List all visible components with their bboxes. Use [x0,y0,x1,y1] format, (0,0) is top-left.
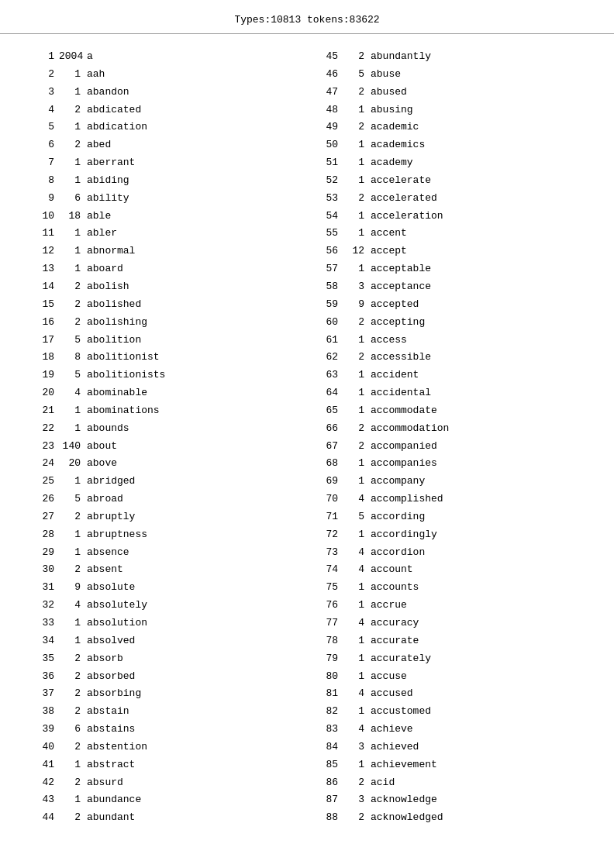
row-word: abstract [87,758,299,773]
row-index: 82 [315,704,343,719]
row-word: absolved [87,634,299,649]
row-word: abnormal [87,244,299,259]
table-row: 541acceleration [315,208,583,226]
row-word: accuse [371,670,583,684]
row-count: 1 [343,404,371,418]
row-index: 80 [315,670,343,684]
table-row: 211abominations [31,402,299,420]
table-row: 302absent [31,561,299,579]
row-count: 2 [59,740,87,755]
row-word: accounts [371,580,583,595]
row-word: academy [371,156,583,170]
table-row: 42abdicated [31,102,299,119]
table-row: 382abstain [31,703,299,721]
row-word: accent [371,226,583,241]
row-count: 2 [59,280,87,294]
table-row: 452abundantly [315,48,583,66]
table-row: 71aberrant [31,154,299,172]
row-count: 1 [59,793,87,808]
table-row: 821accustomed [315,703,583,721]
table-row: 734accordion [315,544,583,562]
row-word: academic [371,120,583,135]
table-row: 51abdication [31,119,299,136]
row-index: 47 [315,85,343,100]
row-word: abdication [87,120,299,135]
table-row: 411abstract [31,756,299,774]
table-row: 442abundant [31,809,299,827]
table-row: 23140about [31,438,299,456]
table-row: 188abolitionist [31,349,299,367]
table-row: 882acknowledged [315,809,583,827]
row-index: 20 [31,386,59,401]
row-count: 1 [343,456,371,471]
row-word: abridged [87,474,299,489]
table-row: 2420above [31,455,299,473]
row-word: abandon [87,85,299,100]
row-word: abed [87,138,299,153]
left-column: 12004a21aah31abandon42abdicated51abdicat… [31,48,299,827]
row-word: aberrant [87,156,299,170]
row-index: 87 [315,793,343,808]
row-count: 1 [343,368,371,383]
row-index: 74 [315,563,343,577]
row-index: 2 [31,67,59,82]
table-row: 791accurately [315,650,583,668]
row-count: 1 [343,634,371,649]
row-index: 1 [31,50,59,64]
row-count: 2 [59,776,87,790]
row-count: 6 [59,191,87,206]
row-word: acknowledge [371,793,583,808]
row-count: 9 [59,580,87,595]
table-row: 1018able [31,208,299,226]
table-row: 532accelerated [315,190,583,208]
row-count: 1 [343,138,371,153]
row-count: 9 [343,298,371,312]
row-index: 43 [31,793,59,808]
row-index: 35 [31,652,59,666]
table-row: 204abominable [31,384,299,402]
row-word: accuracy [371,616,583,631]
row-count: 1 [343,103,371,118]
row-index: 15 [31,298,59,312]
table-row: 814accused [315,685,583,703]
row-word: abolishing [87,315,299,330]
table-row: 175abolition [31,332,299,350]
table-row: 341absolved [31,632,299,650]
row-count: 5 [59,333,87,348]
table-row: 402abstention [31,739,299,756]
row-count: 2 [343,191,371,206]
column-divider [299,48,315,827]
row-word: about [87,439,299,454]
row-word: accompanies [371,456,583,471]
row-word: accused [371,687,583,701]
row-index: 67 [315,439,343,454]
row-count: 2 [59,687,87,701]
row-count: 1 [59,634,87,649]
table-row: 611access [315,332,583,350]
table-row: 431abundance [31,791,299,809]
table-row: 631accident [315,367,583,384]
row-word: abolition [87,333,299,348]
row-count: 1 [59,404,87,418]
row-count: 1 [343,226,371,241]
table-row: 352absorb [31,650,299,668]
table-row: 21aah [31,66,299,84]
row-index: 51 [315,156,343,170]
row-index: 79 [315,652,343,666]
row-count: 1 [343,333,371,348]
table-row: 691accompany [315,473,583,491]
row-index: 34 [31,634,59,649]
row-word: accelerate [371,174,583,188]
row-word: accurately [371,652,583,666]
row-index: 68 [315,456,343,471]
row-index: 49 [315,120,343,135]
row-count: 3 [343,793,371,808]
row-word: abstains [87,722,299,737]
row-count: 2 [59,652,87,666]
row-count: 1 [343,580,371,595]
row-count: 5 [343,510,371,525]
row-word: academics [371,138,583,153]
row-word: able [87,209,299,224]
row-index: 69 [315,474,343,489]
row-index: 13 [31,262,59,277]
